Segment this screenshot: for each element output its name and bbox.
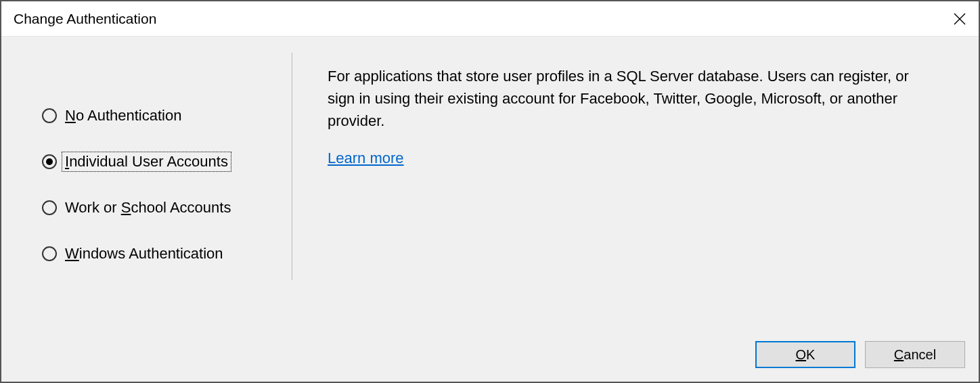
radio-no-authentication[interactable]: No Authentication: [42, 107, 271, 125]
radio-work-or-school-accounts[interactable]: Work or School Accounts: [42, 199, 271, 217]
titlebar: Change Authentication: [1, 1, 979, 37]
option-description: For applications that store user profile…: [328, 65, 938, 132]
radio-icon: [42, 154, 57, 169]
radio-label: Individual User Accounts: [62, 152, 231, 172]
radio-icon: [42, 108, 57, 123]
close-icon[interactable]: [950, 9, 969, 28]
radio-icon: [42, 246, 57, 261]
details-panel: For applications that store user profile…: [292, 53, 979, 341]
options-panel: No Authentication Individual User Accoun…: [1, 53, 292, 280]
radio-label: Work or School Accounts: [65, 199, 231, 217]
dialog-footer: OK Cancel: [1, 341, 979, 382]
radio-label: No Authentication: [65, 107, 181, 125]
learn-more-link[interactable]: Learn more: [328, 150, 404, 166]
cancel-button-label: Cancel: [894, 347, 936, 363]
radio-windows-authentication[interactable]: Windows Authentication: [42, 245, 271, 263]
dialog-title: Change Authentication: [14, 11, 156, 27]
radio-icon: [42, 200, 57, 215]
radio-individual-user-accounts[interactable]: Individual User Accounts: [42, 153, 271, 171]
ok-button-label: OK: [796, 347, 816, 363]
auth-radio-group: No Authentication Individual User Accoun…: [42, 107, 271, 263]
dialog-content: No Authentication Individual User Accoun…: [1, 37, 979, 341]
ok-button[interactable]: OK: [755, 341, 855, 368]
cancel-button[interactable]: Cancel: [865, 341, 965, 368]
radio-label: Windows Authentication: [65, 245, 223, 263]
